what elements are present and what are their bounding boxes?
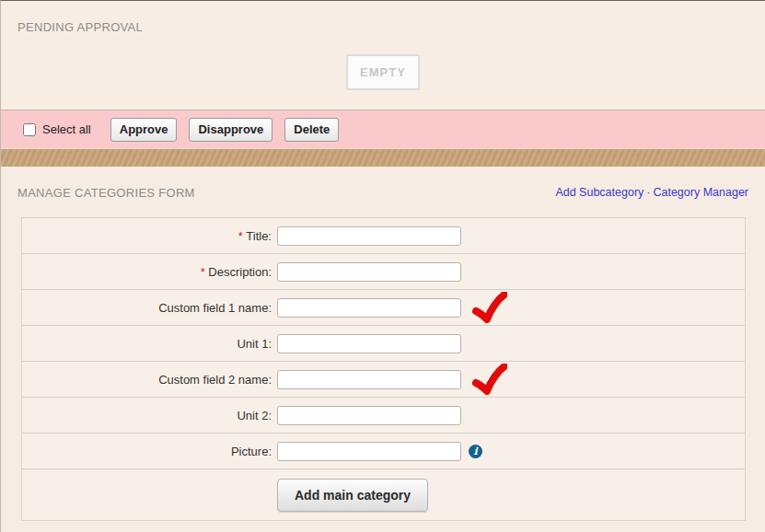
field-input-cell [277,226,745,246]
field-input-cell [277,406,745,425]
form-row-custom-field-1-name: Custom field 1 name: [22,290,745,326]
unit-1-input[interactable] [277,334,461,353]
form-row-description: * Description: [22,254,745,290]
manage-categories-section: MANAGE CATEGORIES FORM Add Subcategory·C… [1,167,765,532]
info-icon[interactable]: i [469,445,482,458]
divider-bar [1,148,765,167]
submit-cell: Add main category [277,479,745,512]
form-row-unit-2: Unit 2: [22,398,745,434]
pending-approval-section: PENDING APPROVAL EMPTY [1,1,765,110]
add-subcategory-link[interactable]: Add Subcategory [555,186,643,199]
approval-toolbar: Select all ApproveDisapproveDelete [1,110,765,148]
picture-input[interactable] [277,442,461,461]
description-label: Description: [208,265,272,279]
unit-1-label: Unit 1: [237,337,272,351]
picture-label: Picture: [231,445,272,458]
header-links: Add Subcategory·Category Manager [555,186,748,199]
field-label-cell: Picture: [22,445,277,458]
form-row-custom-field-2-name: Custom field 2 name: [22,362,745,398]
field-label-cell: Custom field 2 name: [22,373,277,387]
form-row-title: * Title: [22,218,745,254]
delete-button[interactable]: Delete [284,118,339,142]
custom-field-2-name-label: Custom field 2 name: [158,373,272,387]
field-input-cell: i [277,442,745,461]
field-label-cell: Custom field 1 name: [22,301,277,315]
field-input-cell [277,262,745,282]
select-all[interactable]: Select all [23,122,91,136]
unit-2-input[interactable] [277,406,461,425]
add-main-category-button[interactable]: Add main category [277,479,428,512]
field-label-cell: Unit 1: [22,337,277,351]
admin-page: PENDING APPROVAL EMPTY Select all Approv… [0,0,765,532]
custom-field-2-name-input[interactable] [277,370,461,389]
custom-field-1-name-label: Custom field 1 name: [158,301,272,315]
select-all-checkbox[interactable] [23,123,36,136]
red-checkmark-icon [472,292,507,323]
title-label: Title: [246,229,272,243]
manage-categories-title: MANAGE CATEGORIES FORM [17,186,195,200]
link-separator: · [646,186,650,199]
approve-button[interactable]: Approve [110,118,178,142]
form-row-unit-1: Unit 1: [22,326,745,362]
manage-categories-header: MANAGE CATEGORIES FORM Add Subcategory·C… [1,167,765,217]
empty-placeholder: EMPTY [346,54,420,90]
disapprove-button[interactable]: Disapprove [189,118,272,142]
custom-field-1-name-input[interactable] [277,298,461,318]
unit-2-label: Unit 2: [237,409,272,422]
field-label-cell: Unit 2: [22,409,277,422]
field-input-cell [277,334,745,353]
field-label-cell: * Title: [22,229,277,243]
toolbar-buttons: ApproveDisapproveDelete [110,118,340,142]
description-input[interactable] [277,262,461,282]
category-manager-link[interactable]: Category Manager [653,186,748,199]
field-label-cell: * Description: [22,265,277,279]
select-all-label: Select all [42,122,91,136]
field-input-cell [277,292,745,323]
form-row-submit: Add main category [22,469,745,520]
form-row-picture: Picture:i [22,434,745,469]
title-input[interactable] [277,226,461,246]
field-input-cell [277,364,745,395]
red-checkmark-icon [472,364,507,395]
pending-approval-title: PENDING APPROVAL [17,20,143,34]
category-form: * Title:* Description:Custom field 1 nam… [21,217,746,521]
